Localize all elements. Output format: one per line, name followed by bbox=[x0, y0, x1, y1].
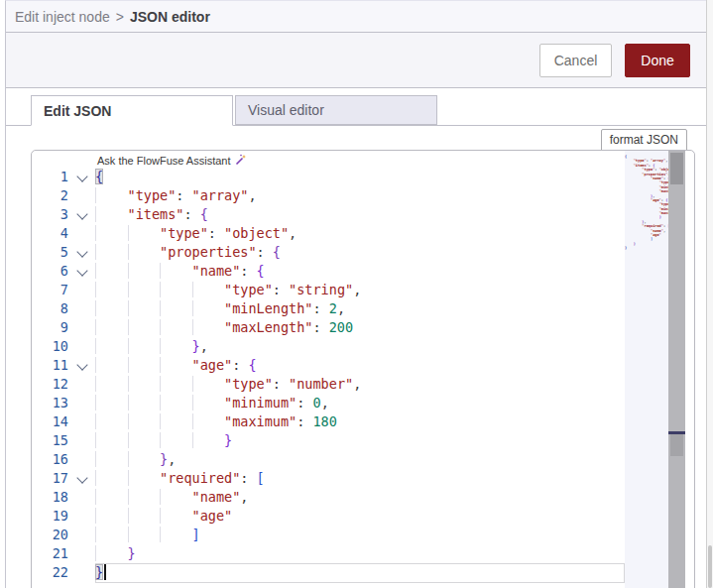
fold-gutter bbox=[68, 299, 95, 318]
monaco-json-editor[interactable]: Ask the FlowFuse Assistant 1{2 "type": "… bbox=[31, 150, 695, 588]
text-cursor bbox=[104, 564, 106, 580]
fold-chevron-icon[interactable] bbox=[68, 205, 95, 224]
page-scrollbar[interactable] bbox=[706, 0, 713, 588]
overview-ruler-segment bbox=[670, 434, 683, 456]
tab-visual-editor[interactable]: Visual editor bbox=[235, 95, 437, 125]
format-json-button[interactable]: format JSON bbox=[601, 129, 687, 152]
code-text: }, bbox=[95, 450, 176, 469]
editor-scrollbar-thumb[interactable] bbox=[670, 153, 683, 184]
line-number: 10 bbox=[32, 337, 68, 356]
line-number: 5 bbox=[32, 243, 68, 262]
assistant-label: Ask the FlowFuse Assistant bbox=[97, 155, 231, 167]
line-number: 13 bbox=[32, 394, 68, 412]
code-line[interactable]: 17 "required": [ bbox=[32, 469, 625, 488]
code-line[interactable]: 4 "type": "object", bbox=[32, 224, 625, 243]
fold-gutter bbox=[68, 224, 95, 243]
fold-gutter bbox=[68, 563, 95, 582]
cancel-button[interactable]: Cancel bbox=[539, 44, 612, 77]
line-number: 1 bbox=[32, 168, 68, 186]
code-text: "type": "string", bbox=[95, 281, 361, 299]
breadcrumb-parent-link[interactable]: Edit inject node bbox=[15, 9, 110, 25]
code-text: "minimum": 0, bbox=[95, 394, 329, 412]
editor-scrollbar[interactable] bbox=[668, 151, 685, 588]
line-number: 9 bbox=[32, 318, 68, 337]
line-number: 12 bbox=[32, 375, 68, 394]
code-line[interactable]: 20 ] bbox=[32, 526, 625, 544]
code-line[interactable]: 11 "age": { bbox=[32, 356, 625, 375]
line-number: 4 bbox=[32, 224, 68, 243]
line-number: 19 bbox=[32, 507, 68, 526]
tab-edit-json[interactable]: Edit JSON bbox=[31, 95, 233, 126]
code-line[interactable]: 16 }, bbox=[32, 450, 625, 469]
line-number: 6 bbox=[32, 262, 68, 281]
editor-toolbar: format JSON bbox=[6, 126, 706, 152]
code-line[interactable]: 5 "properties": { bbox=[32, 243, 625, 262]
code-line[interactable]: 22} bbox=[32, 563, 625, 582]
line-number: 20 bbox=[32, 526, 68, 544]
editor-tray: Edit inject node > JSON editor Cancel Do… bbox=[5, 0, 706, 588]
code-line[interactable]: 10 }, bbox=[32, 337, 625, 356]
code-text: "maximum": 180 bbox=[95, 412, 337, 431]
page-title: JSON editor bbox=[130, 9, 210, 25]
code-text: "type": "object", bbox=[95, 224, 297, 243]
code-text: } bbox=[95, 544, 136, 563]
code-line[interactable]: 8 "minLength": 2, bbox=[32, 299, 625, 318]
code-line[interactable]: 13 "minimum": 0, bbox=[32, 394, 625, 412]
fold-gutter bbox=[68, 281, 95, 299]
fold-gutter bbox=[68, 412, 95, 431]
magic-wand-icon bbox=[235, 154, 247, 168]
line-number: 7 bbox=[32, 281, 68, 299]
code-text: "properties": { bbox=[95, 243, 281, 262]
code-line[interactable]: 2 "type": "array", bbox=[32, 186, 625, 205]
code-text: "name", bbox=[95, 488, 248, 507]
code-line[interactable]: 6 "name": { bbox=[32, 262, 625, 281]
code-line[interactable]: 12 "type": "number", bbox=[32, 375, 625, 394]
fold-chevron-icon[interactable] bbox=[68, 356, 95, 375]
code-line[interactable]: 9 "maxLength": 200 bbox=[32, 318, 625, 337]
fold-gutter bbox=[68, 318, 95, 337]
fold-gutter bbox=[68, 450, 95, 469]
code-line[interactable]: 7 "type": "string", bbox=[32, 281, 625, 299]
code-text: { bbox=[95, 168, 103, 186]
page-scrollbar-thumb[interactable] bbox=[708, 545, 712, 588]
fold-gutter bbox=[68, 337, 95, 356]
code-text: "age" bbox=[95, 507, 232, 526]
code-text: "type": "number", bbox=[95, 375, 361, 394]
fold-gutter bbox=[68, 507, 95, 526]
code-line[interactable]: 19 "age" bbox=[32, 507, 625, 526]
line-number: 18 bbox=[32, 488, 68, 507]
fold-gutter bbox=[68, 394, 95, 412]
line-number: 11 bbox=[32, 356, 68, 375]
fold-chevron-icon[interactable] bbox=[68, 262, 95, 281]
line-number: 22 bbox=[32, 563, 68, 582]
code-line[interactable]: 1{ bbox=[32, 168, 625, 186]
minimap-line: } bbox=[625, 246, 668, 250]
code-line[interactable]: 15 } bbox=[32, 431, 625, 450]
minimap[interactable]: { "type": "array", "items": { "type": "o… bbox=[625, 151, 668, 588]
flowfuse-assistant-hint[interactable]: Ask the FlowFuse Assistant bbox=[97, 153, 247, 168]
fold-gutter bbox=[68, 186, 95, 205]
fold-gutter bbox=[68, 488, 95, 507]
breadcrumb-separator: > bbox=[116, 9, 124, 25]
code-text: "age": { bbox=[95, 356, 257, 375]
code-text: "required": [ bbox=[95, 469, 265, 488]
code-text: "items": { bbox=[95, 205, 208, 224]
line-number: 16 bbox=[32, 450, 68, 469]
fold-chevron-icon[interactable] bbox=[68, 243, 95, 262]
fold-gutter bbox=[68, 544, 95, 563]
line-number: 3 bbox=[32, 205, 68, 224]
code-text: "maxLength": 200 bbox=[95, 318, 353, 337]
fold-gutter bbox=[68, 526, 95, 544]
code-line[interactable]: 18 "name", bbox=[32, 488, 625, 507]
code-line[interactable]: 14 "maximum": 180 bbox=[32, 412, 625, 431]
code-text: "type": "array", bbox=[95, 186, 257, 205]
fold-chevron-icon[interactable] bbox=[68, 469, 95, 488]
done-button[interactable]: Done bbox=[625, 44, 690, 77]
fold-chevron-icon[interactable] bbox=[68, 168, 95, 186]
code-line[interactable]: 21 } bbox=[32, 544, 625, 563]
line-number: 21 bbox=[32, 544, 68, 563]
line-number: 8 bbox=[32, 299, 68, 318]
code-area[interactable]: 1{2 "type": "array",3 "items": {4 "type"… bbox=[32, 168, 625, 582]
breadcrumb: Edit inject node > JSON editor bbox=[6, 1, 706, 33]
code-line[interactable]: 3 "items": { bbox=[32, 205, 625, 224]
